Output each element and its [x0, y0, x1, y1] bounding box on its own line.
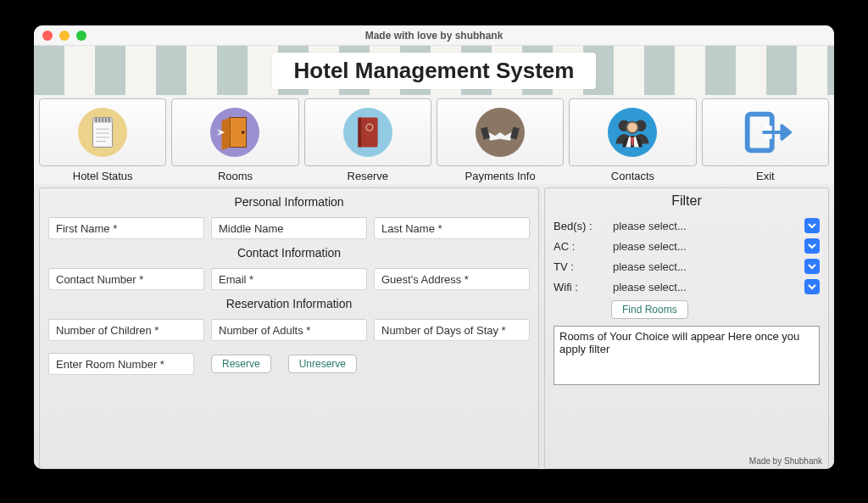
ac-select[interactable]: please select...	[611, 238, 820, 254]
payments-button[interactable]	[437, 98, 564, 166]
close-window-button[interactable]	[42, 31, 53, 41]
nav-label: Reserve	[348, 170, 388, 182]
find-rooms-button[interactable]: Find Rooms	[611, 300, 688, 319]
minimize-window-button[interactable]	[59, 31, 70, 41]
reservation-form-panel: Personal Information Contact Information…	[39, 187, 539, 469]
zoom-window-button[interactable]	[76, 31, 86, 41]
section-reservation-title: Reservation Information	[48, 297, 530, 310]
wifi-select[interactable]: please select...	[611, 278, 820, 295]
svg-marker-14	[222, 118, 231, 151]
filter-title: Filter	[554, 193, 820, 209]
filter-panel: Filter Bed(s) : please select... AC : pl…	[544, 187, 829, 469]
handshake-icon	[474, 106, 526, 159]
days-input[interactable]	[374, 319, 530, 341]
nav-label: Rooms	[218, 170, 253, 182]
last-name-input[interactable]	[374, 217, 530, 239]
adults-input[interactable]	[211, 319, 367, 341]
nav-item-exit: Exit	[702, 98, 829, 182]
notepad-icon	[76, 106, 129, 159]
svg-point-28	[628, 122, 638, 132]
svg-rect-19	[358, 118, 361, 148]
beds-select[interactable]: please select...	[611, 217, 820, 234]
nav-item-contacts: Contacts	[569, 98, 696, 182]
unreserve-button[interactable]: Unreserve	[288, 355, 357, 373]
hotel-status-button[interactable]	[39, 98, 166, 166]
ac-label: AC :	[554, 240, 611, 253]
reserve-button[interactable]: Reserve	[211, 355, 271, 373]
section-contact-title: Contact Information	[48, 246, 530, 260]
window-controls	[42, 31, 86, 41]
nav-label: Exit	[756, 170, 775, 182]
nav-bar: Hotel Status Rooms	[34, 95, 834, 184]
footer-credit: Made by Shubhank	[749, 456, 822, 466]
beds-label: Bed(s) :	[554, 220, 611, 232]
middle-name-input[interactable]	[211, 217, 367, 239]
first-name-input[interactable]	[48, 217, 204, 239]
rooms-button[interactable]	[171, 98, 298, 166]
contact-number-input[interactable]	[48, 268, 204, 290]
tv-select[interactable]: please select...	[611, 258, 820, 275]
app-window: Made with love by shubhank Hotel Managem…	[34, 25, 834, 469]
header-banner: Hotel Management System	[34, 46, 834, 95]
titlebar: Made with love by shubhank	[34, 25, 834, 46]
nav-item-hotel-status: Hotel Status	[39, 98, 166, 182]
email-input[interactable]	[211, 268, 367, 290]
svg-point-15	[242, 131, 245, 134]
exit-icon	[739, 106, 792, 159]
app-title: Hotel Management System	[272, 53, 597, 89]
nav-item-payments: Payments Info	[437, 98, 564, 182]
room-number-input[interactable]	[48, 353, 194, 375]
children-input[interactable]	[48, 319, 204, 341]
results-box[interactable]: Rooms of Your Choice will appear Here on…	[554, 326, 820, 385]
reserve-button-nav[interactable]	[304, 98, 431, 166]
nav-item-rooms: Rooms	[171, 98, 298, 182]
nav-label: Payments Info	[465, 170, 536, 182]
book-icon	[342, 106, 394, 159]
tv-label: TV :	[554, 260, 611, 273]
people-icon	[606, 106, 659, 159]
nav-label: Hotel Status	[73, 170, 133, 182]
nav-item-reserve: Reserve	[304, 98, 431, 182]
address-input[interactable]	[374, 268, 530, 290]
door-icon	[209, 106, 261, 159]
wifi-label: Wifi :	[554, 281, 611, 293]
exit-button[interactable]	[702, 98, 829, 166]
nav-label: Contacts	[611, 170, 654, 182]
window-title: Made with love by shubhank	[34, 30, 834, 42]
contacts-button[interactable]	[569, 98, 696, 166]
section-personal-title: Personal Information	[48, 195, 530, 209]
